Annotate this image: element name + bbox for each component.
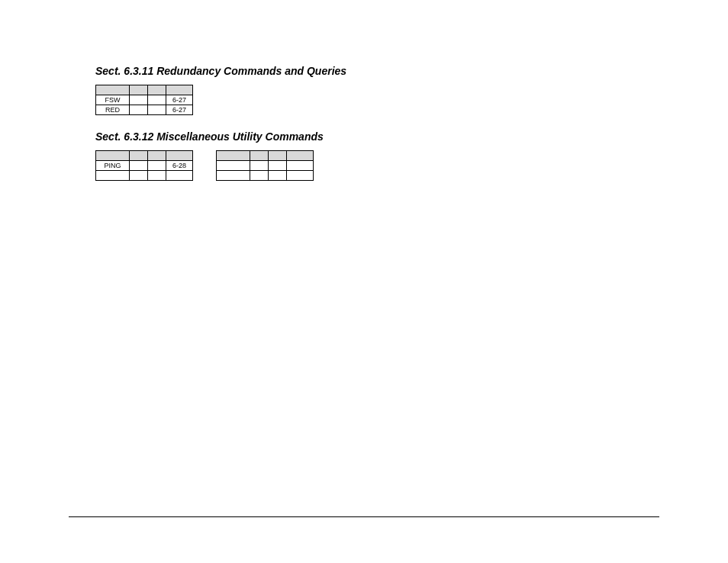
table-cell: 6-28 <box>166 161 193 171</box>
table-header-cell <box>217 151 250 161</box>
table-cell <box>250 161 269 171</box>
table-cell <box>287 161 314 171</box>
table-row <box>217 171 314 181</box>
table-header-cell <box>166 151 193 161</box>
table-cell <box>130 95 148 105</box>
table-cell <box>130 105 148 115</box>
table-header-cell <box>166 85 193 95</box>
table-cell <box>250 171 269 181</box>
table-cell <box>287 171 314 181</box>
table-header-cell <box>269 151 287 161</box>
misc-tables-row: PING 6-28 <box>95 150 633 181</box>
footer-rule <box>69 516 659 517</box>
table-cell: FSW <box>96 95 130 105</box>
table-header-cell <box>130 151 148 161</box>
table-header-row <box>96 85 193 95</box>
page: Sect. 6.3.11 Redundancy Commands and Que… <box>0 0 728 563</box>
table-cell <box>269 171 287 181</box>
table-cell: 6-27 <box>166 105 193 115</box>
table-misc-b <box>216 150 314 181</box>
table-header-cell <box>250 151 269 161</box>
table-header-cell <box>148 151 166 161</box>
section-title-misc: Sect. 6.3.12 Miscellaneous Utility Comma… <box>95 130 633 143</box>
table-row <box>217 161 314 171</box>
section-title-redundancy: Sect. 6.3.11 Redundancy Commands and Que… <box>95 65 633 77</box>
table-row: FSW 6-27 <box>96 95 193 105</box>
table-cell <box>269 161 287 171</box>
table-cell <box>130 161 148 171</box>
table-misc-a: PING 6-28 <box>95 150 193 181</box>
table-cell: PING <box>96 161 130 171</box>
table-cell <box>217 171 250 181</box>
table-header-cell <box>96 151 130 161</box>
table-cell <box>148 171 166 181</box>
table-header-cell <box>96 85 130 95</box>
content-area: Sect. 6.3.11 Redundancy Commands and Que… <box>95 65 633 181</box>
table-cell: RED <box>96 105 130 115</box>
table-header-row <box>96 151 193 161</box>
table-redundancy: FSW 6-27 RED 6-27 <box>95 85 193 115</box>
table-row <box>96 171 193 181</box>
table-cell <box>130 171 148 181</box>
table-cell <box>96 171 130 181</box>
table-row: RED 6-27 <box>96 105 193 115</box>
table-row: PING 6-28 <box>96 161 193 171</box>
table-cell <box>217 161 250 171</box>
table-cell <box>166 171 193 181</box>
table-cell <box>148 95 166 105</box>
table-header-row <box>217 151 314 161</box>
table-cell <box>148 105 166 115</box>
table-header-cell <box>287 151 314 161</box>
table-cell: 6-27 <box>166 95 193 105</box>
table-cell <box>148 161 166 171</box>
table-header-cell <box>148 85 166 95</box>
table-header-cell <box>130 85 148 95</box>
